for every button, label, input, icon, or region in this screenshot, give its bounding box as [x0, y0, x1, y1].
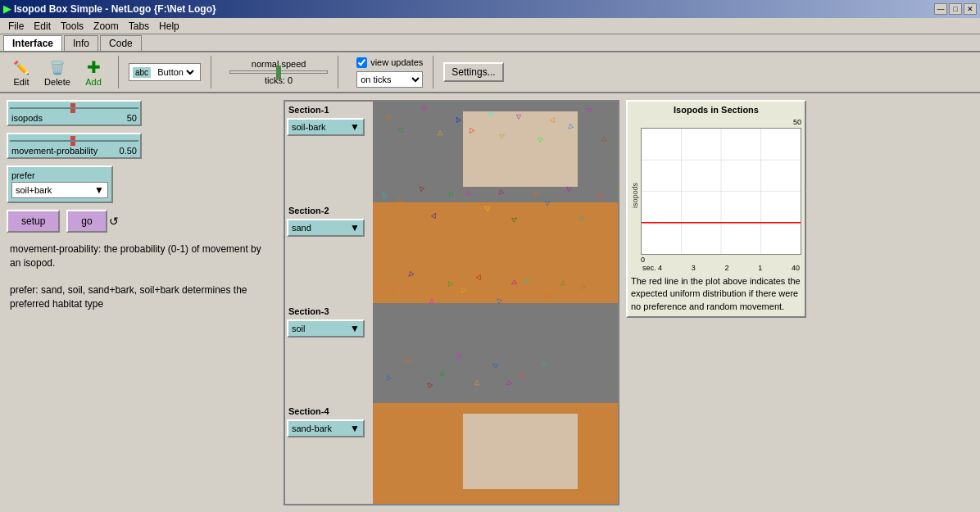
tab-code[interactable]: Code: [100, 35, 142, 51]
edit-label: Edit: [14, 77, 29, 87]
section-4-title: Section-4: [285, 403, 373, 418]
widget-type-dropdown[interactable]: Button: [154, 66, 197, 78]
tab-bar: Interface Info Code: [0, 34, 980, 52]
isopods-slider-label: isopods 50: [10, 113, 138, 123]
menu-edit[interactable]: Edit: [29, 19, 56, 34]
widget-type-preview: abc: [133, 67, 151, 78]
add-tool-button[interactable]: ✚ Add: [79, 57, 108, 87]
plot-y-min: 0: [641, 256, 801, 264]
movement-prob-slider-container[interactable]: movement-probability 0.50: [7, 133, 142, 159]
close-button[interactable]: ✕: [964, 3, 977, 15]
world-panel: Section-1 soil-bark ▼ Section-2 sand ▼ S…: [284, 100, 619, 505]
action-buttons: setup go ↺: [7, 210, 277, 233]
prefer-label: prefer: [11, 170, 108, 180]
section-2-dropdown[interactable]: sand ▼: [287, 219, 365, 237]
section-3-label-area: Section-3 soil ▼: [285, 303, 373, 404]
world-section-2-bg: [373, 202, 619, 303]
speed-slider[interactable]: [229, 70, 328, 74]
left-panel: isopods 50 movement-probability 0.50: [7, 100, 277, 505]
isopods-slider-container[interactable]: isopods 50: [7, 100, 142, 126]
toolbar-sep-2: [211, 56, 211, 88]
menu-tools[interactable]: Tools: [56, 19, 88, 34]
speed-control: normal speed ticks: 0: [229, 59, 328, 85]
view-updates-checkbox[interactable]: [356, 57, 367, 68]
app-icon: ▶: [3, 3, 11, 15]
plot-note: The red line in the plot above indicates…: [631, 275, 801, 313]
tab-interface[interactable]: Interface: [3, 35, 62, 51]
section-1-arrow: ▼: [350, 121, 360, 133]
minimize-button[interactable]: —: [934, 3, 947, 15]
go-button-container: go ↺: [66, 210, 118, 233]
movement-prob-slider-widget: movement-probability 0.50: [7, 133, 277, 159]
section-1-title: Section-1: [285, 102, 373, 116]
plot-widget: Isopods in Sections isopods 50: [626, 100, 806, 318]
plot-x-axis: sec. 4 3 2 1 40: [641, 264, 801, 272]
description-text: movement-proability: the probability (0-…: [7, 239, 277, 315]
ticks-label: ticks: 0: [265, 75, 293, 85]
section-2-title: Section-2: [285, 202, 373, 217]
maximize-button[interactable]: □: [949, 3, 962, 15]
habitat-rect-1: [463, 111, 578, 187]
section-3-arrow: ▼: [350, 323, 360, 334]
isopods-slider-track: [10, 107, 138, 109]
plot-graph: [641, 128, 801, 255]
edit-tool-button[interactable]: ✏️ Edit: [7, 57, 36, 87]
section-1-dropdown[interactable]: soil-bark ▼: [287, 118, 365, 136]
prefer-dropdown-container[interactable]: prefer soil+bark ▼: [7, 165, 113, 203]
isopods-slider-widget: isopods 50: [7, 100, 277, 126]
menu-file[interactable]: File: [3, 19, 29, 34]
plot-svg: [642, 129, 801, 254]
menu-help[interactable]: Help: [154, 19, 184, 34]
prefer-value: soil+bark: [16, 185, 52, 195]
view-updates-area: view updates on ticks: [356, 57, 423, 88]
title-bar: ▶ Isopod Box Simple - NetLogo {F:\Net Lo…: [0, 0, 980, 18]
update-mode-select[interactable]: on ticks: [356, 71, 423, 88]
tab-info[interactable]: Info: [64, 35, 98, 51]
section-1-label-area: Section-1 soil-bark ▼: [285, 102, 373, 202]
section-2-arrow: ▼: [350, 222, 360, 233]
delete-icon: 🗑️: [48, 57, 67, 77]
window-controls[interactable]: — □ ✕: [934, 3, 977, 15]
toolbar-sep-4: [433, 56, 433, 88]
sections-column: Section-1 soil-bark ▼ Section-2 sand ▼ S…: [285, 102, 373, 504]
toolbar-sep-3: [338, 56, 338, 88]
view-updates-label[interactable]: view updates: [356, 57, 423, 68]
section-3-title: Section-3: [285, 303, 373, 318]
plot-x-1: 1: [758, 264, 762, 272]
section-3-habitat: soil: [292, 324, 306, 333]
go-repeat-icon: ↺: [109, 215, 119, 228]
edit-icon: ✏️: [11, 57, 31, 77]
world-canvas: ◁ ◁ ◁ ◁ ◁ ◁ ◁ ◁ ◁ ◁ ◁ ◁ ◁ ◁ ◁ ◁ ◁ ◁ ◁: [373, 102, 619, 504]
delete-tool-button[interactable]: 🗑️ Delete: [43, 57, 72, 87]
prefer-dropdown-arrow: ▼: [94, 184, 104, 196]
section-3-dropdown[interactable]: soil ▼: [287, 319, 365, 338]
world-section-4-bg: [373, 403, 619, 504]
main-content: isopods 50 movement-probability 0.50: [0, 93, 980, 512]
plot-x-40: 40: [792, 264, 800, 272]
prefer-dropdown-select[interactable]: soil+bark ▼: [11, 182, 108, 198]
add-icon: ✚: [84, 57, 103, 77]
world-section-3-bg: [373, 303, 619, 404]
toolbar-sep-1: [118, 56, 119, 88]
section-4-arrow: ▼: [350, 423, 360, 434]
plot-y-label: isopods: [631, 118, 639, 272]
plot-x-sec4: sec. 4: [642, 264, 662, 272]
setup-button[interactable]: setup: [7, 210, 60, 233]
section-4-dropdown[interactable]: sand-bark ▼: [287, 419, 365, 437]
delete-label: Delete: [44, 77, 70, 87]
movement-prob-slider-track: [10, 140, 138, 142]
plot-area: isopods 50: [631, 118, 801, 272]
section-1-habitat: soil-bark: [292, 122, 326, 132]
title-text: ▶ Isopod Box Simple - NetLogo {F:\Net Lo…: [3, 3, 216, 15]
section-2-habitat: sand: [292, 223, 311, 233]
section-2-label-area: Section-2 sand ▼: [285, 202, 373, 303]
widget-type-selector[interactable]: abc Button: [129, 63, 201, 81]
settings-button[interactable]: Settings...: [443, 62, 503, 82]
habitat-rect-4: [463, 414, 578, 489]
plot-title: Isopods in Sections: [631, 105, 801, 115]
toolbar: ✏️ Edit 🗑️ Delete ✚ Add abc Button norma…: [0, 52, 980, 93]
menu-zoom[interactable]: Zoom: [88, 19, 124, 34]
go-button[interactable]: go: [66, 210, 107, 233]
menu-tabs[interactable]: Tabs: [124, 19, 154, 34]
plot-graph-area: 50: [641, 118, 801, 272]
